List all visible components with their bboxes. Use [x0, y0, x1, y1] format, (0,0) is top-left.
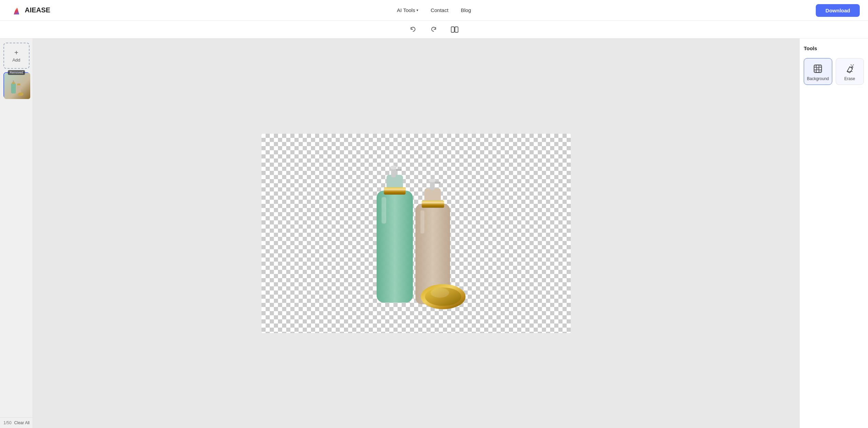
svg-rect-18 — [381, 197, 386, 223]
svg-rect-1 — [451, 27, 454, 32]
background-label: Background — [807, 76, 829, 81]
main-image-svg — [354, 154, 478, 312]
thumbnail-item[interactable]: Removed — [3, 72, 30, 98]
logo-text: AIEASE — [25, 6, 50, 14]
svg-point-10 — [18, 92, 23, 96]
header: AIEASE AI Tools ▾ Contact Blog d — [0, 0, 868, 21]
compare-button[interactable] — [447, 24, 462, 35]
thumbnail-svg — [7, 76, 27, 96]
svg-rect-17 — [396, 169, 402, 171]
redo-button[interactable] — [427, 24, 441, 35]
logo[interactable]: AIEASE — [11, 5, 50, 16]
svg-rect-22 — [422, 200, 444, 208]
right-panel: Tools Background — [799, 39, 868, 428]
plus-icon: + — [14, 49, 19, 56]
background-icon — [813, 64, 823, 74]
tool-erase[interactable]: Erase — [836, 58, 864, 85]
add-label: Add — [12, 57, 20, 63]
svg-rect-37 — [816, 67, 819, 70]
undo-button[interactable] — [406, 24, 420, 35]
svg-rect-14 — [384, 187, 405, 194]
compare-icon — [451, 26, 458, 33]
svg-point-24 — [429, 179, 435, 182]
erase-icon — [845, 64, 855, 74]
svg-rect-35 — [814, 65, 816, 67]
svg-rect-36 — [819, 65, 822, 67]
canvas-area — [33, 39, 799, 428]
main-nav: AI Tools ▾ Contact Blog — [397, 7, 471, 13]
tools-grid: Background Erase — [804, 58, 864, 85]
svg-rect-9 — [17, 84, 20, 85]
svg-point-16 — [390, 165, 397, 169]
redo-icon — [430, 26, 437, 33]
svg-rect-39 — [819, 70, 822, 73]
chevron-down-icon: ▾ — [416, 8, 418, 12]
clear-all-button[interactable]: Clear All — [14, 420, 30, 425]
svg-rect-25 — [435, 182, 441, 184]
undo-icon — [410, 26, 416, 33]
toolbar — [0, 21, 868, 39]
nav-ai-tools[interactable]: AI Tools ▾ — [397, 7, 418, 13]
thumbnail-image — [4, 73, 30, 99]
main-layout: + Add Removed — [0, 39, 868, 428]
svg-rect-2 — [455, 27, 458, 32]
erase-label: Erase — [844, 76, 855, 81]
nav-blog[interactable]: Blog — [461, 7, 471, 13]
image-count: 1/50 — [3, 420, 11, 425]
removed-badge: Removed — [8, 70, 25, 75]
svg-line-44 — [851, 65, 852, 65]
download-button[interactable]: Download — [816, 4, 860, 17]
svg-point-29 — [431, 288, 449, 298]
sidebar-bottom: 1/50 Clear All — [0, 417, 33, 428]
svg-rect-4 — [11, 83, 16, 94]
svg-rect-6 — [12, 82, 15, 84]
svg-rect-26 — [420, 210, 424, 233]
canvas[interactable] — [261, 134, 571, 333]
svg-rect-7 — [16, 85, 21, 94]
nav-contact[interactable]: Contact — [431, 7, 448, 13]
svg-line-43 — [853, 65, 854, 65]
svg-rect-38 — [814, 70, 816, 73]
tools-title: Tools — [804, 45, 864, 51]
add-image-button[interactable]: + Add — [3, 43, 30, 69]
sidebar: + Add Removed — [0, 39, 33, 428]
tool-background[interactable]: Background — [804, 58, 832, 85]
